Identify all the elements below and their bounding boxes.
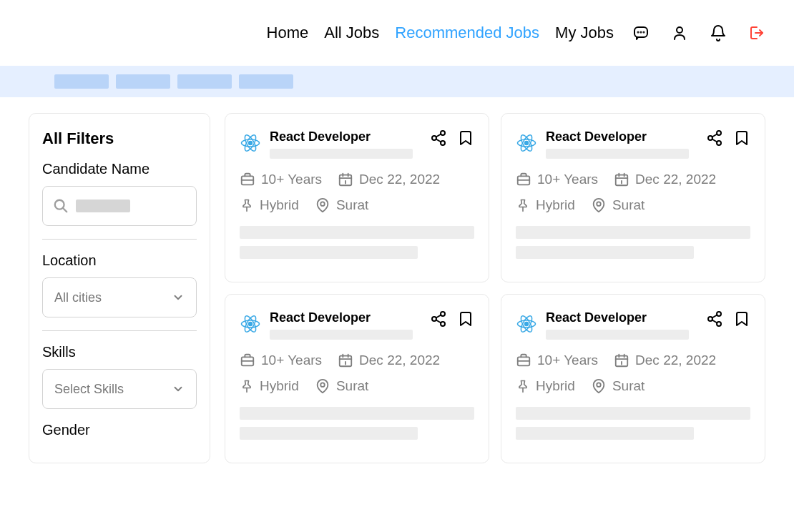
svg-point-56 <box>320 383 325 387</box>
subbar <box>0 66 794 97</box>
svg-point-40 <box>249 322 253 326</box>
candidate-name-input[interactable] <box>42 186 197 226</box>
nav-all-jobs[interactable]: All Jobs <box>324 24 379 42</box>
share-icon[interactable] <box>430 129 447 147</box>
svg-point-1 <box>638 32 639 33</box>
share-icon[interactable] <box>430 310 447 327</box>
desc-line <box>240 427 418 440</box>
bookmark-icon[interactable] <box>457 129 474 147</box>
briefcase-icon <box>240 172 255 187</box>
job-card[interactable]: React Developer 10+ Years Dec 22, 2022 H… <box>225 294 489 463</box>
job-title: React Developer <box>546 310 697 325</box>
location-icon <box>591 378 607 394</box>
location-meta: Surat <box>315 197 368 213</box>
job-subtitle <box>546 149 689 159</box>
nav-home[interactable]: Home <box>267 24 309 42</box>
nav-recommended-jobs[interactable]: Recommended Jobs <box>395 24 539 42</box>
react-icon <box>516 132 537 154</box>
date-meta: Dec 22, 2022 <box>614 353 716 368</box>
chat-icon[interactable] <box>632 24 650 41</box>
job-subtitle <box>546 330 689 340</box>
svg-line-65 <box>712 320 717 323</box>
share-icon[interactable] <box>706 310 723 327</box>
svg-point-4 <box>677 27 682 33</box>
date-meta: Dec 22, 2022 <box>338 172 440 187</box>
svg-point-3 <box>644 32 644 33</box>
location-meta: Surat <box>315 378 368 394</box>
sub-pill <box>239 74 293 89</box>
location-label: Location <box>42 252 197 269</box>
svg-line-14 <box>436 139 441 142</box>
pin-icon <box>240 379 254 393</box>
briefcase-icon <box>516 353 531 368</box>
svg-point-22 <box>320 202 325 206</box>
gender-label: Gender <box>42 422 197 438</box>
bookmark-icon[interactable] <box>733 310 750 327</box>
nav-my-jobs[interactable]: My Jobs <box>555 24 614 42</box>
calendar-icon <box>338 353 353 368</box>
date-meta: Dec 22, 2022 <box>338 353 440 368</box>
desc-line <box>240 246 418 259</box>
skills-select[interactable]: Select Skills <box>42 369 197 409</box>
calendar-icon <box>614 353 629 368</box>
location-meta: Surat <box>591 378 644 394</box>
sub-pill <box>177 74 232 89</box>
job-card[interactable]: React Developer 10+ Years Dec 22, 2022 H… <box>225 113 489 282</box>
location-icon <box>315 378 330 394</box>
location-meta: Surat <box>591 197 644 213</box>
bell-icon[interactable] <box>710 24 727 41</box>
calendar-icon <box>614 172 629 187</box>
input-placeholder <box>76 200 130 212</box>
svg-line-64 <box>712 315 717 318</box>
desc-line <box>240 226 474 239</box>
filters-title: All Filters <box>42 129 197 148</box>
react-icon <box>240 313 261 335</box>
briefcase-icon <box>516 172 531 187</box>
job-title: React Developer <box>546 129 697 144</box>
job-card[interactable]: React Developer 10+ Years Dec 22, 2022 H… <box>501 113 765 282</box>
experience-meta: 10+ Years <box>240 353 322 368</box>
react-icon <box>240 132 261 154</box>
job-title: React Developer <box>270 310 421 325</box>
react-icon <box>516 313 537 335</box>
skills-value: Select Skills <box>54 382 124 397</box>
job-card[interactable]: React Developer 10+ Years Dec 22, 2022 H… <box>501 294 765 463</box>
desc-line <box>240 407 474 420</box>
pin-icon <box>240 198 254 212</box>
mode-meta: Hybrid <box>516 197 575 213</box>
logout-icon[interactable] <box>748 24 765 41</box>
svg-line-31 <box>712 139 717 142</box>
svg-point-6 <box>249 142 253 145</box>
search-icon <box>53 198 69 214</box>
briefcase-icon <box>240 353 255 368</box>
svg-point-57 <box>525 322 529 326</box>
location-icon <box>591 197 607 213</box>
pin-icon <box>516 198 530 212</box>
user-icon[interactable] <box>671 24 688 41</box>
svg-line-48 <box>436 320 441 323</box>
skills-label: Skills <box>42 344 197 360</box>
sub-pill <box>54 74 109 89</box>
job-subtitle <box>270 149 413 159</box>
mode-meta: Hybrid <box>240 197 299 213</box>
date-meta: Dec 22, 2022 <box>614 172 716 187</box>
mode-meta: Hybrid <box>240 378 299 394</box>
bookmark-icon[interactable] <box>733 129 750 147</box>
svg-point-73 <box>597 383 601 387</box>
svg-line-30 <box>712 134 717 137</box>
chevron-down-icon <box>172 383 185 395</box>
svg-point-2 <box>641 32 642 33</box>
desc-line <box>516 427 694 440</box>
svg-point-39 <box>597 202 601 206</box>
location-select[interactable]: All cities <box>42 277 197 317</box>
mode-meta: Hybrid <box>516 378 575 394</box>
bookmark-icon[interactable] <box>457 310 474 327</box>
svg-line-13 <box>436 134 441 137</box>
filters-panel: All Filters Candidate Name Location All … <box>29 113 210 463</box>
svg-line-47 <box>436 315 441 318</box>
experience-meta: 10+ Years <box>516 353 598 368</box>
experience-meta: 10+ Years <box>240 172 322 187</box>
share-icon[interactable] <box>706 129 723 147</box>
divider <box>42 239 197 240</box>
job-title: React Developer <box>270 129 421 144</box>
